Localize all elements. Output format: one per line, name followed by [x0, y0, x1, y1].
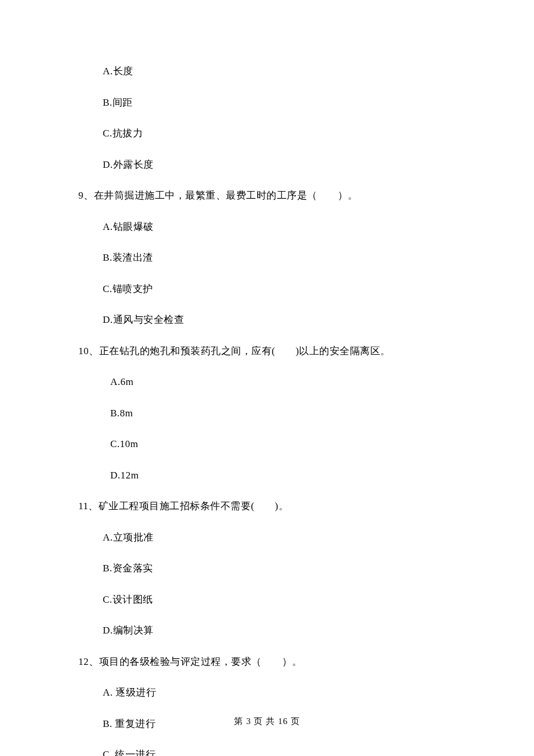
q10-option-b: B.8m — [110, 406, 456, 421]
q9-option-d: D.通风与安全检查 — [103, 312, 456, 327]
q9-option-b: B.装渣出渣 — [103, 250, 456, 265]
q9-option-a: A.钻眼爆破 — [103, 219, 456, 235]
question-9: 9、在井筒掘进施工中，最繁重、最费工时的工序是（ ）。 — [78, 188, 456, 203]
question-11: 11、矿业工程项目施工招标条件不需要( )。 — [78, 499, 456, 514]
q11-option-a: A.立项批准 — [103, 530, 456, 545]
q11-option-b: B.资金落实 — [103, 561, 456, 576]
page-footer: 第 3 页 共 16 页 — [0, 716, 534, 727]
q11-option-d: D.编制决算 — [103, 623, 456, 638]
option-b: B.间距 — [103, 95, 456, 110]
option-c: C.抗拔力 — [103, 126, 456, 141]
q11-option-c: C.设计图纸 — [103, 592, 456, 607]
q10-option-c: C.10m — [110, 437, 456, 452]
question-12: 12、项目的各级检验与评定过程，要求（ ）。 — [78, 654, 456, 669]
question-10: 10、正在钻孔的炮孔和预装药孔之间，应有( )以上的安全隔离区。 — [78, 344, 456, 359]
option-d: D.外露长度 — [103, 157, 456, 172]
q12-option-a: A. 逐级进行 — [103, 685, 456, 700]
q10-option-a: A.6m — [110, 375, 456, 390]
page-body: A.长度 B.间距 C.抗拔力 D.外露长度 9、在井筒掘进施工中，最繁重、最费… — [0, 0, 534, 756]
q12-option-c: C. 统一进行 — [103, 747, 456, 756]
option-a: A.长度 — [103, 64, 456, 79]
q9-option-c: C.锚喷支护 — [103, 282, 456, 297]
q10-option-d: D.12m — [110, 468, 456, 483]
